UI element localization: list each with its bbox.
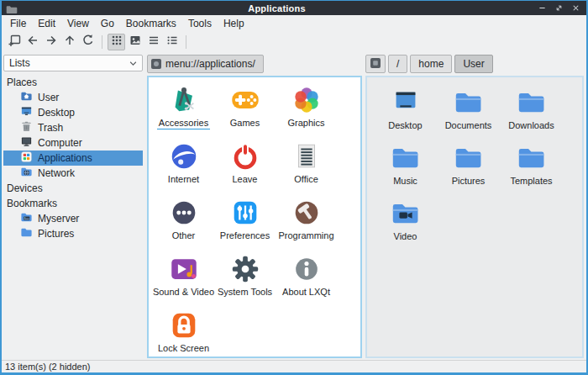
folder-templates[interactable]: Templates (500, 140, 563, 195)
app-system-tools[interactable]: System Tools (214, 251, 276, 307)
toolbar (2, 31, 586, 52)
leave-icon (229, 140, 261, 172)
restore-button[interactable] (553, 3, 564, 14)
app-label: Lock Screen (156, 343, 211, 354)
folder-label: Documents (444, 120, 494, 131)
detailed-view-icon (165, 34, 179, 50)
window-title: Applications (18, 3, 536, 13)
menu-tools[interactable]: Tools (182, 16, 218, 31)
app-games[interactable]: Games (214, 82, 276, 138)
refresh-button[interactable] (79, 34, 97, 50)
app-about-lxqt[interactable]: About LXQt (276, 251, 337, 307)
home-folder-grid: DesktopDocumentsDownloadsMusicPicturesTe… (367, 77, 582, 251)
minimize-button[interactable] (536, 3, 548, 14)
up-button[interactable] (60, 34, 78, 50)
sidebar-item-user[interactable]: User (3, 90, 143, 105)
app-accessories[interactable]: Accessories (153, 82, 214, 138)
sidebar-item-label: Network (38, 167, 75, 179)
app-label: Other (171, 230, 197, 241)
about-lxqt-icon (291, 253, 323, 285)
menu-bookmarks[interactable]: Bookmarks (120, 16, 182, 31)
sidebar-mode-label: Lists (9, 57, 129, 69)
close-icon (571, 1, 580, 16)
app-programming[interactable]: Programming (276, 194, 337, 251)
new-tab-button[interactable] (5, 34, 23, 50)
big-folder-icon (453, 142, 485, 174)
app-label: Office (292, 174, 320, 185)
refresh-icon (81, 34, 95, 50)
sidebar-item-desktop[interactable]: Desktop (3, 105, 143, 120)
app-internet[interactable]: Internet (153, 138, 214, 194)
folder-downloads[interactable]: Downloads (500, 84, 563, 140)
app-graphics[interactable]: Graphics (276, 82, 337, 138)
folder-desktop[interactable]: Desktop (374, 84, 437, 140)
sidebar-item-label: Trash (38, 122, 63, 134)
menu-file[interactable]: File (4, 16, 32, 31)
app-label: Sound & Video (151, 287, 216, 298)
folder-documents[interactable]: Documents (437, 84, 500, 140)
new-tab-icon (8, 34, 21, 50)
sidebar-mode-combobox[interactable]: Lists (3, 55, 143, 71)
detailed-view-button[interactable] (163, 34, 181, 50)
big-folder-icon (390, 142, 422, 174)
menu-edit[interactable]: Edit (32, 16, 61, 31)
app-office[interactable]: Office (276, 138, 337, 194)
app-other[interactable]: Other (153, 194, 214, 251)
back-icon (26, 34, 39, 50)
icon-view-icon (110, 34, 123, 50)
big-folder-icon (516, 142, 548, 174)
sidebar-item-computer[interactable]: Computer (3, 135, 143, 151)
crumb-home[interactable]: home (410, 55, 452, 73)
pathbar-row: menu://applications/ (147, 55, 362, 73)
sidebar-section-devices: Devices (3, 181, 143, 196)
folder-label: Downloads (507, 120, 555, 131)
compact-view-button[interactable] (144, 34, 162, 50)
breadcrumb: /homeUser (365, 55, 584, 73)
sidebar: Lists PlacesUserDesktopTrashComputerAppl… (2, 52, 144, 360)
crumb-[interactable]: / (388, 55, 407, 73)
folder-music[interactable]: Music (374, 140, 437, 195)
icon-view-button[interactable] (108, 34, 125, 50)
trash-icon (20, 120, 33, 135)
crumb-places-button[interactable] (365, 55, 386, 73)
app-lock-screen[interactable]: Lock Screen (153, 307, 214, 358)
app-leave[interactable]: Leave (214, 138, 276, 194)
user-home-icon (20, 90, 33, 105)
app-label: System Tools (216, 287, 274, 298)
pathbar-text: menu://applications/ (165, 58, 255, 70)
close-button[interactable] (570, 3, 581, 14)
center-column: menu://applications/ AccessoriesGamesGra… (144, 52, 364, 360)
pathbar-button[interactable]: menu://applications/ (147, 55, 264, 73)
forward-button[interactable] (42, 34, 60, 50)
menu-help[interactable]: Help (218, 16, 250, 31)
folder-pictures[interactable]: Pictures (437, 140, 500, 195)
folder-label: Desktop (386, 120, 423, 131)
folder-server-icon (20, 211, 33, 226)
toolbar-separator (102, 35, 102, 49)
restore-icon (554, 1, 564, 16)
sidebar-item-network[interactable]: Network (3, 166, 143, 181)
app-label: Graphics (286, 118, 326, 129)
crumb-user[interactable]: User (454, 55, 492, 73)
sidebar-item-label: Pictures (38, 228, 74, 240)
app-label: Preferences (218, 230, 271, 241)
menu-go[interactable]: Go (95, 16, 120, 31)
forward-icon (45, 34, 58, 50)
network-icon (20, 166, 33, 181)
applications-icon (20, 151, 33, 166)
sidebar-item-pictures[interactable]: Pictures (3, 226, 143, 241)
back-button[interactable] (24, 34, 41, 50)
thumbnail-view-button[interactable] (126, 34, 144, 50)
window-controls (536, 3, 581, 14)
app-preferences[interactable]: Preferences (214, 194, 276, 251)
folder-video[interactable]: Video (374, 195, 437, 251)
other-icon (168, 197, 200, 229)
applications-grid: AccessoriesGamesGraphicsInternetLeaveOff… (149, 77, 360, 358)
content-area: Lists PlacesUserDesktopTrashComputerAppl… (2, 52, 586, 360)
folder-label: Templates (508, 176, 554, 187)
sidebar-item-myserver[interactable]: Myserver (3, 211, 143, 226)
menu-view[interactable]: View (61, 16, 95, 31)
sidebar-item-trash[interactable]: Trash (3, 120, 143, 135)
app-sound-video[interactable]: Sound & Video (153, 251, 214, 307)
sidebar-item-applications[interactable]: Applications (3, 151, 143, 166)
